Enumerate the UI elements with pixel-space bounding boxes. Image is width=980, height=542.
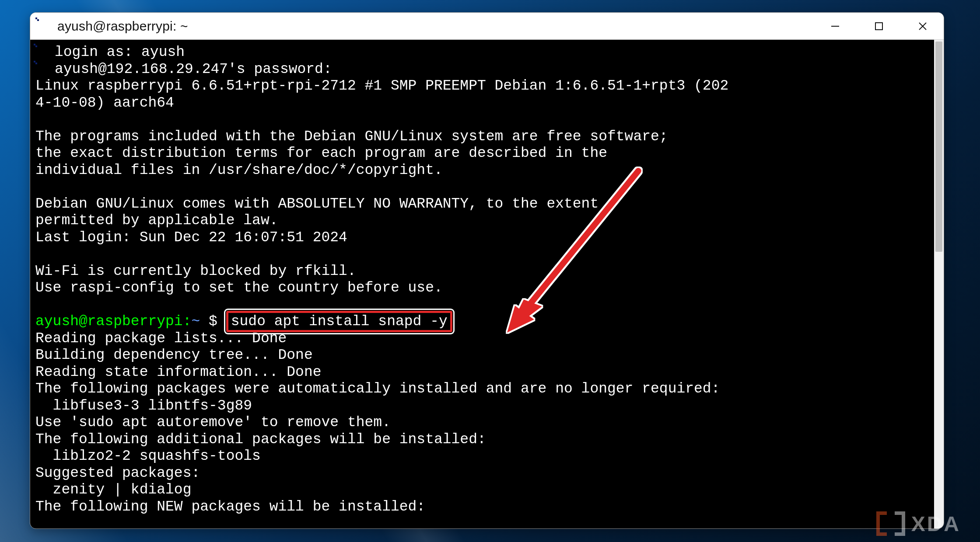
vertical-scrollbar[interactable] (934, 40, 944, 528)
terminal-line: permitted by applicable law. (35, 212, 278, 229)
close-button[interactable] (906, 16, 939, 37)
terminal-line: the exact distribution terms for each pr… (35, 145, 607, 161)
terminal-line: 4-10-08) aarch64 (35, 95, 174, 111)
terminal-line: login as: ayush (55, 44, 185, 60)
terminal-line: Debian GNU/Linux comes with ABSOLUTELY N… (35, 196, 598, 212)
terminal-line: Linux raspberrypi 6.6.51+rpt-rpi-2712 #1… (35, 78, 728, 94)
terminal[interactable]: login as: ayush ayush@192.168.29.247's p… (30, 40, 934, 528)
maximize-button[interactable] (862, 16, 896, 37)
terminal-area: login as: ayush ayush@192.168.29.247's p… (30, 40, 944, 528)
minimize-button[interactable] (819, 16, 852, 37)
terminal-line: The following NEW packages will be insta… (35, 499, 425, 515)
terminal-line: Reading state information... Done (35, 364, 322, 380)
terminal-line: The programs included with the Debian GN… (35, 129, 668, 145)
terminal-line: individual files in /usr/share/doc/*/cop… (35, 162, 443, 178)
terminal-line: Last login: Sun Dec 22 16:07:51 2024 (35, 229, 347, 246)
prompt-sep: : (183, 313, 192, 330)
putty-window: ayush@raspberrypi: ~ login as: ayush ayu… (30, 12, 944, 529)
terminal-line: zenity | kdialog (35, 482, 191, 498)
window-title: ayush@raspberrypi: ~ (57, 19, 188, 34)
terminal-line: ayush@192.168.29.247's password: (55, 61, 332, 77)
terminal-line: Use raspi-config to set the country befo… (35, 280, 443, 296)
terminal-line: The following additional packages will b… (35, 431, 486, 448)
desktop-wallpaper: ayush@raspberrypi: ~ login as: ayush ayu… (0, 0, 980, 542)
prompt-cwd: ~ (191, 313, 200, 330)
svg-rect-2 (875, 23, 882, 30)
terminal-line: Use 'sudo apt autoremove' to remove them… (35, 414, 391, 431)
prompt-symbol: $ (209, 313, 217, 330)
terminal-line: Suggested packages: (35, 465, 200, 481)
titlebar[interactable]: ayush@raspberrypi: ~ (30, 13, 944, 40)
putty-icon (37, 19, 51, 33)
terminal-line: Reading package lists... Done (35, 330, 287, 347)
terminal-line: The following packages were automaticall… (35, 381, 720, 397)
terminal-line: liblzo2-2 squashfs-tools (35, 448, 261, 464)
terminal-line: Wi-Fi is currently blocked by rfkill. (35, 263, 356, 279)
terminal-line: libfuse3-3 libntfs-3g89 (35, 398, 252, 414)
putty-inline-icon (35, 63, 50, 76)
prompt-user-host: ayush@raspberrypi (35, 313, 183, 330)
highlighted-command: sudo apt install snapd -y (226, 311, 452, 332)
putty-inline-icon (35, 45, 50, 59)
terminal-line: Building dependency tree... Done (35, 347, 313, 363)
scrollbar-thumb[interactable] (935, 42, 942, 252)
